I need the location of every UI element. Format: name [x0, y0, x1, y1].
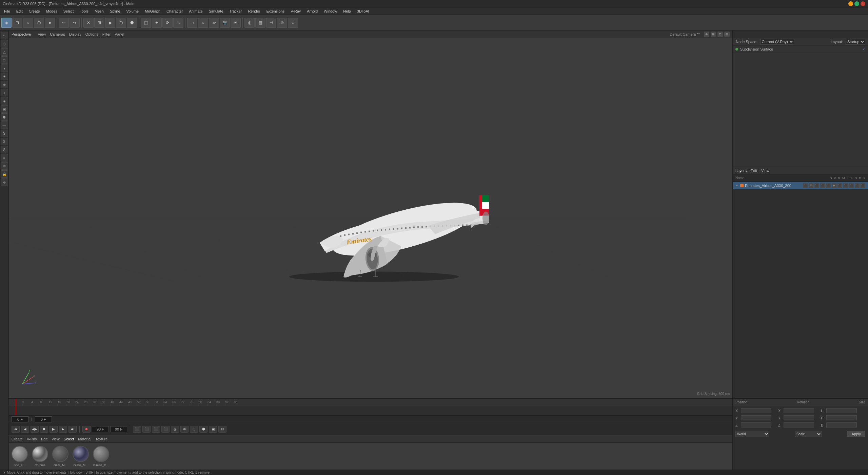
goto-start-button[interactable]: ⏮ [12, 426, 20, 433]
menu-arnold[interactable]: Arnold [304, 8, 320, 14]
menu-help[interactable]: Help [340, 8, 354, 14]
rotate-tool-button[interactable]: ⟳ [162, 18, 173, 28]
plane-btn[interactable]: ▱ [209, 18, 219, 28]
sidebar-tool-8[interactable]: ○ [1, 89, 8, 96]
camera-btn[interactable]: 📷 [220, 18, 230, 28]
prev-frame-button[interactable]: ◀ [21, 426, 29, 433]
viewport-icon-3[interactable]: ⊡ [717, 32, 723, 37]
menu-file[interactable]: File [1, 8, 13, 14]
select-tool-button[interactable]: ⬚ [141, 18, 151, 28]
mat-tab-view[interactable]: View [52, 437, 60, 441]
layer-visible[interactable]: 👁 [809, 183, 813, 188]
menu-create[interactable]: Create [26, 8, 43, 14]
light-btn[interactable]: ☀ [231, 18, 241, 28]
transport-btn-8[interactable]: ⬢ [199, 426, 208, 433]
sidebar-tool-18[interactable]: 🔒 [1, 170, 8, 178]
transport-btn-5[interactable]: ◎ [171, 426, 179, 433]
subdivision-surface-tag[interactable]: Subdivision Surface ✓ [733, 45, 868, 53]
sidebar-tool-10[interactable]: ▣ [1, 105, 8, 113]
viewport-menu-panel[interactable]: Panel [115, 32, 124, 36]
maximize-button[interactable]: □ [854, 1, 859, 6]
mat-tab-select[interactable]: Select [64, 437, 74, 441]
polygon-mode-button[interactable]: ⬡ [34, 18, 44, 28]
transport-btn-7[interactable]: ⬡ [190, 426, 198, 433]
move-tool-button[interactable]: ✦ [152, 18, 162, 28]
transport-btn-10[interactable]: ⊟ [218, 426, 226, 433]
mat-tab-texture[interactable]: Texture [95, 437, 107, 441]
transport-btn-2[interactable]: ⬛ [142, 426, 151, 433]
next-frame-button[interactable]: ▶ [59, 426, 67, 433]
sidebar-tool-14[interactable]: S [1, 138, 8, 145]
sidebar-tool-16[interactable]: ≡ [1, 154, 8, 162]
layer-anim[interactable]: ▶ [832, 183, 836, 188]
material-gear[interactable]: Gear_M... [52, 446, 68, 467]
transport-btn-6[interactable]: ⊕ [180, 426, 189, 433]
transport-frame-display[interactable]: 90 F [92, 426, 109, 432]
stop-button[interactable]: ⏹ [40, 426, 48, 433]
menu-extensions[interactable]: Extensions [263, 8, 287, 14]
layer-gen[interactable]: ⬛ [837, 183, 842, 188]
texture-mode-button[interactable]: ⊡ [12, 18, 22, 28]
play-reverse-button[interactable]: ◀▶ [31, 426, 39, 433]
coord-y-scale[interactable] [826, 415, 857, 420]
sidebar-tool-3[interactable]: △ [1, 48, 8, 56]
node-space-dropdown[interactable]: Current (V-Ray) [760, 39, 794, 45]
new-object-button[interactable]: ✕ [83, 18, 94, 28]
mat-tab-edit[interactable]: Edit [41, 437, 47, 441]
layer-render[interactable]: ⬛ [814, 183, 819, 188]
minimize-button[interactable]: ─ [848, 1, 853, 6]
undo-button[interactable]: ↩ [59, 18, 69, 28]
timeline-track[interactable] [9, 406, 732, 415]
layer-deform[interactable]: ⬛ [843, 183, 848, 188]
layout-dropdown[interactable]: Startup [846, 39, 865, 45]
layer-extra1[interactable]: ⬛ [855, 183, 860, 188]
sidebar-tool-4[interactable]: □ [1, 56, 8, 64]
coord-y-rotation[interactable] [784, 415, 814, 420]
menu-character[interactable]: Character [164, 8, 185, 14]
transport-btn-3[interactable]: ⬛ [152, 426, 160, 433]
viewport-menu-cameras[interactable]: Cameras [50, 32, 65, 36]
mat-tab-create[interactable]: Create [12, 437, 23, 441]
mirror-btn[interactable]: ⊣ [266, 18, 276, 28]
menu-render[interactable]: Render [245, 8, 263, 14]
render-view-button[interactable]: ⊞ [94, 18, 104, 28]
layer-exp[interactable]: ⬛ [849, 183, 854, 188]
coord-y-position[interactable] [741, 415, 771, 420]
render-settings-button[interactable]: ⬣ [127, 18, 137, 28]
coord-x-position[interactable] [741, 408, 771, 413]
sidebar-tool-15[interactable]: S [1, 146, 8, 153]
xray-btn[interactable]: ☆ [288, 18, 298, 28]
viewport-icon-2[interactable]: ⊞ [711, 32, 716, 37]
menu-tracker[interactable]: Tracker [227, 8, 245, 14]
model-mode-button[interactable]: ◈ [1, 18, 12, 28]
snap-btn[interactable]: ⊕ [277, 18, 287, 28]
render-button[interactable]: ▶ [105, 18, 115, 28]
interactive-render-button[interactable]: ⬡ [116, 18, 126, 28]
transport-btn-1[interactable]: ⬛ [133, 426, 141, 433]
end-frame-display[interactable]: 0 F [35, 416, 52, 422]
edge-mode-button[interactable]: ○ [23, 18, 33, 28]
menu-volume[interactable]: Volume [124, 8, 142, 14]
mat-tab-vray[interactable]: V-Ray [27, 437, 37, 441]
viewport-menu-filter[interactable]: Filter [102, 32, 111, 36]
mat-tab-material[interactable]: Material [78, 437, 91, 441]
sidebar-tool-11[interactable]: ⬢ [1, 113, 8, 121]
timeline-playhead[interactable] [16, 406, 16, 415]
menu-select[interactable]: Select [61, 8, 77, 14]
layers-tab-edit[interactable]: Edit [751, 169, 757, 173]
3d-viewport[interactable]: Emirates [9, 38, 732, 398]
viewport-menu-display[interactable]: Display [69, 32, 81, 36]
menu-edit[interactable]: Edit [14, 8, 25, 14]
menu-mograph[interactable]: MoGraph [142, 8, 163, 14]
sidebar-tool-13[interactable]: S [1, 130, 8, 137]
coord-z-scale[interactable] [826, 422, 857, 428]
layer-expand-icon[interactable]: ▼ [735, 184, 739, 187]
sidebar-tool-6[interactable]: ✦ [1, 73, 8, 80]
sidebar-tool-19[interactable]: ⊙ [1, 178, 8, 186]
layers-tab-view[interactable]: View [761, 169, 769, 173]
layer-manager[interactable]: ⬛ [820, 183, 825, 188]
record-button[interactable]: ⏺ [82, 426, 91, 433]
scale-tool-button[interactable]: ⤡ [173, 18, 183, 28]
layer-lock[interactable]: ⬛ [826, 183, 831, 188]
menu-modes[interactable]: Modes [43, 8, 60, 14]
